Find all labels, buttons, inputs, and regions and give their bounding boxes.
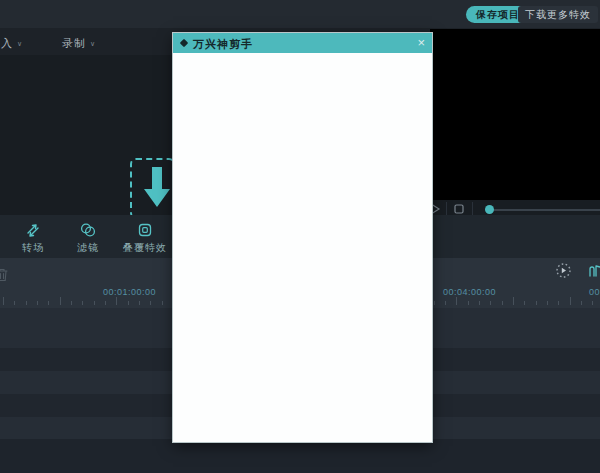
video-preview [430,29,600,200]
ruler-tick [26,301,27,305]
top-bar: 保存项目 下载更多特效 [0,0,600,28]
timeline-timestamp: 00:04:00:00 [443,287,496,297]
ruler-tick [71,301,72,305]
ruler-tick [116,297,117,305]
chevron-down-icon: ∨ [90,40,96,47]
ruler-tick [3,297,4,305]
transition-arrows-icon [5,221,61,239]
dialog-title: 万兴神剪手 [193,37,253,52]
trash-icon[interactable] [0,267,9,282]
ruler-tick [14,301,15,305]
ruler-tick [139,301,140,305]
tab-transitions[interactable]: 转场 [5,221,61,255]
ruler-tick [37,301,38,305]
import-menu[interactable]: 导入∨ [0,36,23,51]
overlay-squares-icon [117,221,173,239]
divider [472,202,473,216]
download-arrow-icon [138,165,172,211]
tab-transitions-label: 转场 [5,241,61,255]
ruler-tick [162,301,163,305]
ruler-tick [82,301,83,305]
track-row[interactable] [0,439,600,473]
ruler-tick [536,301,537,305]
chevron-down-icon: ∨ [17,40,23,47]
app-diamond-icon [180,39,188,47]
filmora-dialog: 万兴神剪手 × [173,33,432,442]
filter-circles-icon [60,221,116,239]
ruler-tick [592,301,593,305]
timeline-timestamp-clipped: 00:0 [589,287,600,297]
ruler-tick [479,301,480,305]
render-preview-icon[interactable] [555,262,572,279]
seek-slider-knob[interactable] [485,205,494,214]
tab-overlays-label: 叠覆特效 [117,241,173,255]
timeline-timestamp: 00:01:00:00 [103,287,156,297]
ruler-tick [434,301,435,305]
ruler-tick [581,301,582,305]
audio-mixer-icon[interactable] [587,264,600,278]
stop-icon[interactable] [454,204,464,214]
dialog-title-bar[interactable]: 万兴神剪手 × [173,33,432,53]
ruler-tick [48,301,49,305]
ruler-tick [513,297,514,305]
tab-filters[interactable]: 滤镜 [60,221,116,255]
filmora-app-window: 保存项目 下载更多特效 导入∨ 录制∨ 导入媒体文件 [0,0,600,473]
ruler-tick [105,301,106,305]
tab-filters-label: 滤镜 [60,241,116,255]
ruler-tick [94,301,95,305]
download-effects-button[interactable]: 下载更多特效 [518,6,598,23]
close-icon[interactable]: × [417,35,425,51]
dialog-body [173,53,432,442]
ruler-tick [570,297,571,305]
ruler-tick [502,301,503,305]
ruler-tick [468,301,469,305]
ruler-tick [547,301,548,305]
ruler-tick [524,301,525,305]
ruler-tick [150,301,151,305]
ruler-tick [128,301,129,305]
ruler-tick [445,301,446,305]
tab-overlays[interactable]: 叠覆特效 [117,221,173,255]
record-menu-label: 录制 [62,37,86,49]
divider [446,202,447,216]
ruler-tick [490,301,491,305]
seek-slider-track[interactable] [490,209,600,211]
ruler-tick [456,297,457,305]
ruler-tick [558,301,559,305]
ruler-tick [60,297,61,305]
import-menu-label: 导入 [0,37,13,49]
record-menu[interactable]: 录制∨ [62,36,96,51]
